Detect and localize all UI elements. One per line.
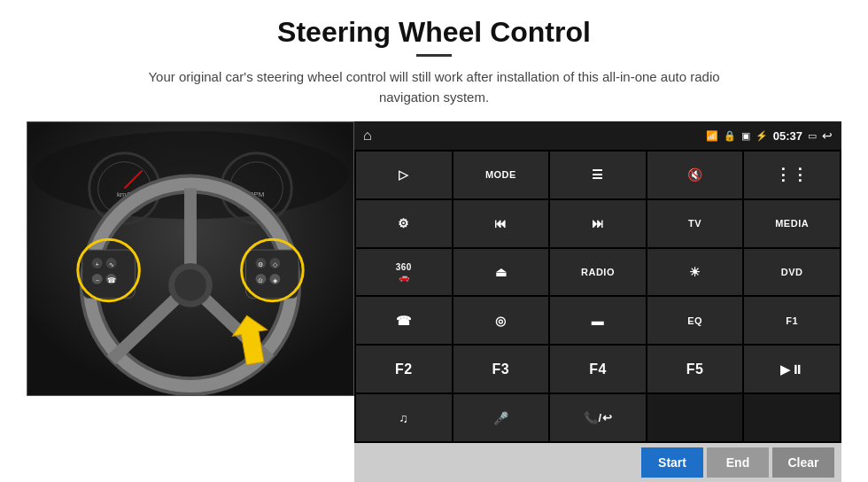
btn-band[interactable]: ▬: [550, 297, 646, 344]
svg-text:∿: ∿: [109, 261, 114, 268]
svg-text:⚙: ⚙: [258, 261, 263, 268]
status-bar: ⌂ 📶 🔒 ▣ ⚡ 05:37 ▭ ↩: [354, 121, 841, 150]
btn-f4[interactable]: F4: [550, 346, 646, 393]
btn-navigate[interactable]: ▷: [356, 152, 452, 198]
btn-eq[interactable]: EQ: [647, 297, 743, 344]
btn-call[interactable]: 📞/↩: [550, 394, 646, 441]
status-right: 📶 🔒 ▣ ⚡ 05:37 ▭ ↩: [706, 128, 833, 143]
lock-icon: 🔒: [724, 130, 736, 142]
btn-brightness[interactable]: ☀: [647, 249, 743, 296]
btn-empty2: [744, 394, 840, 441]
btn-mode[interactable]: MODE: [453, 152, 549, 198]
btn-prev[interactable]: ⏮: [453, 200, 549, 247]
page-title: Steering Wheel Control: [277, 16, 591, 49]
svg-rect-26: [246, 250, 299, 299]
status-left: ⌂: [363, 128, 372, 144]
btn-radio[interactable]: RADIO: [550, 249, 646, 296]
btn-media[interactable]: MEDIA: [744, 200, 840, 247]
sim-icon: ▣: [741, 130, 750, 142]
btn-music[interactable]: ♫: [356, 394, 452, 441]
btn-tv[interactable]: TV: [647, 200, 743, 247]
start-button[interactable]: Start: [641, 447, 703, 478]
home-icon[interactable]: ⌂: [363, 128, 372, 144]
btn-eject[interactable]: ⏏: [453, 249, 549, 296]
wifi-icon: 📶: [706, 130, 718, 142]
btn-f1[interactable]: F1: [744, 297, 840, 344]
control-panel: ⌂ 📶 🔒 ▣ ⚡ 05:37 ▭ ↩ ▷ MODE ☰ 🔇: [354, 121, 841, 482]
content-row: km/h RPM: [27, 121, 841, 482]
btn-360[interactable]: 360🚗: [356, 249, 452, 296]
svg-text:☎: ☎: [107, 276, 116, 284]
btn-next[interactable]: ⏭: [550, 200, 646, 247]
svg-point-16: [174, 269, 206, 301]
monitor-icon: ▭: [808, 130, 817, 142]
svg-rect-17: [82, 250, 136, 299]
btn-f2[interactable]: F2: [356, 346, 452, 393]
page-subtitle: Your original car's steering wheel contr…: [124, 67, 744, 107]
page-container: Steering Wheel Control Your original car…: [0, 0, 868, 482]
btn-empty1: [647, 394, 743, 441]
btn-dvd[interactable]: DVD: [744, 249, 840, 296]
svg-text:⊙: ⊙: [258, 277, 263, 284]
steering-wheel-image: km/h RPM: [27, 121, 354, 396]
btn-f5[interactable]: F5: [647, 346, 743, 393]
svg-text:+: +: [96, 261, 99, 268]
back-icon[interactable]: ↩: [822, 128, 833, 143]
svg-text:−: −: [96, 277, 99, 284]
bluetooth-icon: ⚡: [756, 130, 768, 142]
clear-button[interactable]: Clear: [772, 447, 834, 478]
end-button[interactable]: End: [707, 447, 769, 478]
button-grid: ▷ MODE ☰ 🔇 ⋮⋮ ⚙ ⏮ ⏭ TV MEDIA 360🚗 ⏏ RADI…: [354, 150, 841, 443]
btn-mute[interactable]: 🔇: [647, 152, 743, 198]
btn-settings[interactable]: ⚙: [356, 200, 452, 247]
btn-phone[interactable]: ☎: [356, 297, 452, 344]
btn-playpause[interactable]: ▶⏸: [744, 346, 840, 393]
btn-f3[interactable]: F3: [453, 346, 549, 393]
title-divider: [416, 54, 452, 57]
btn-apps[interactable]: ⋮⋮: [744, 152, 840, 198]
btn-navi[interactable]: ◎: [453, 297, 549, 344]
btn-mic[interactable]: 🎤: [453, 394, 549, 441]
action-bar: Start End Clear: [354, 443, 841, 482]
status-time: 05:37: [773, 129, 802, 143]
btn-list[interactable]: ☰: [550, 152, 646, 198]
